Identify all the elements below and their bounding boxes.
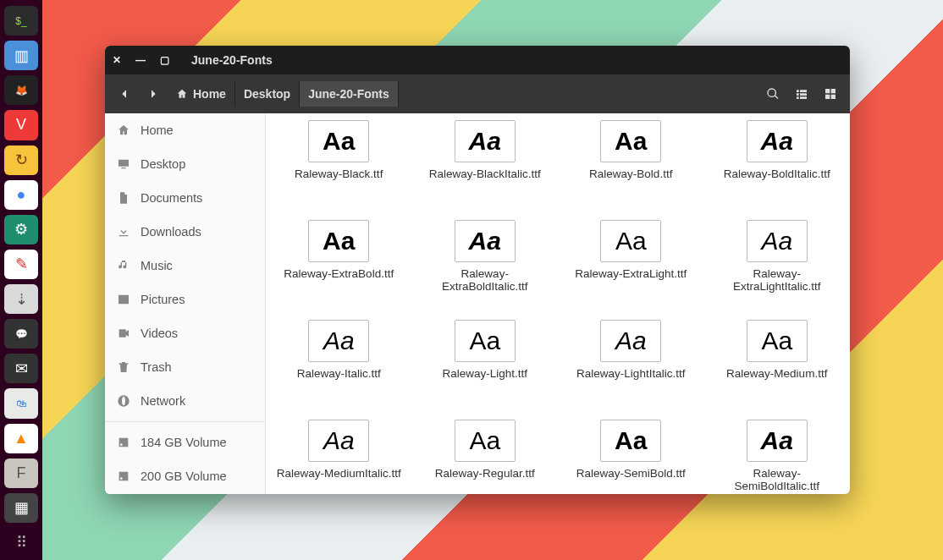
file-item[interactable]: AaRaleway-ExtraLightItalic.ttf bbox=[704, 220, 851, 320]
sidebar-item-desktop[interactable]: Desktop bbox=[105, 147, 265, 181]
file-grid: AaRaleway-Black.ttfAaRaleway-BlackItalic… bbox=[266, 113, 850, 494]
view-grid-button[interactable] bbox=[816, 81, 845, 107]
sidebar-item-label: Videos bbox=[141, 327, 178, 340]
sidebar-item-video[interactable]: Videos bbox=[105, 316, 265, 350]
file-item[interactable]: AaRaleway-Black.ttf bbox=[266, 120, 412, 220]
launcher-vivaldi[interactable]: V bbox=[4, 110, 38, 140]
font-thumbnail: Aa bbox=[308, 320, 369, 362]
view-list-button[interactable] bbox=[787, 81, 816, 107]
file-name: Raleway-BoldItalic.ttf bbox=[724, 167, 830, 180]
file-name: Raleway-ExtraLight.ttf bbox=[575, 267, 687, 280]
download-icon bbox=[117, 225, 130, 239]
font-thumbnail: Aa bbox=[600, 220, 661, 262]
file-item[interactable]: AaRaleway-Medium.ttf bbox=[704, 320, 851, 420]
launcher-dock: $_▥🦊V↻●⚙✎⇣💬✉🛍▲F▦⠿ bbox=[0, 0, 42, 560]
launcher-files[interactable]: ▥ bbox=[4, 41, 38, 70]
desktop-icon bbox=[117, 157, 130, 171]
file-manager-window: ✕ — ▢ June-20-Fonts HomeDesktopJune-20-F… bbox=[105, 46, 850, 494]
font-thumbnail: Aa bbox=[747, 420, 808, 462]
file-name: Raleway-Bold.ttf bbox=[589, 167, 672, 180]
sidebar-item-home[interactable]: Home bbox=[105, 113, 265, 147]
video-icon bbox=[117, 327, 130, 340]
search-button[interactable] bbox=[758, 81, 787, 107]
file-item[interactable]: AaRaleway-Light.ttf bbox=[412, 320, 559, 420]
sidebar-item-picture[interactable]: Pictures bbox=[105, 283, 265, 316]
sidebar-item-label: Network bbox=[141, 394, 185, 408]
launcher-mail[interactable]: ✉ bbox=[4, 354, 38, 383]
font-thumbnail: Aa bbox=[455, 120, 516, 162]
sidebar-item-network[interactable]: Network bbox=[105, 384, 265, 418]
file-name: Raleway-ExtraBold.ttf bbox=[284, 267, 394, 280]
file-item[interactable]: AaRaleway-Bold.ttf bbox=[558, 120, 704, 220]
sidebar-item-label: 184 GB Volume bbox=[141, 436, 227, 449]
sidebar-item-disk[interactable]: 184 GB Volume bbox=[105, 425, 265, 459]
launcher-sync[interactable]: ↻ bbox=[4, 145, 38, 175]
launcher-usb[interactable]: ⇣ bbox=[4, 284, 38, 314]
launcher-dev[interactable]: ⚙ bbox=[4, 215, 38, 244]
file-item[interactable]: AaRaleway-Regular.ttf bbox=[412, 420, 559, 494]
font-thumbnail: Aa bbox=[308, 420, 369, 462]
file-name: Raleway-SemiBold.ttf bbox=[576, 467, 686, 480]
launcher-software[interactable]: 🛍 bbox=[4, 388, 38, 418]
sidebar-item-disk[interactable]: 200 GB Volume bbox=[105, 459, 265, 493]
close-button[interactable]: ✕ bbox=[105, 54, 129, 66]
forward-button[interactable] bbox=[139, 81, 168, 107]
launcher-colors[interactable]: ▦ bbox=[4, 493, 38, 523]
file-item[interactable]: AaRaleway-LightItalic.ttf bbox=[558, 320, 704, 420]
back-button[interactable] bbox=[110, 81, 139, 107]
file-name: Raleway-Italic.ttf bbox=[297, 367, 381, 380]
toolbar: HomeDesktopJune-20-Fonts bbox=[105, 74, 850, 113]
file-name: Raleway-ExtraBoldItalic.ttf bbox=[422, 267, 549, 293]
sidebar-item-download[interactable]: Downloads bbox=[105, 215, 265, 249]
launcher-chat[interactable]: 💬 bbox=[4, 319, 38, 349]
sidebar-item-music[interactable]: Music bbox=[105, 249, 265, 283]
file-name: Raleway-Black.ttf bbox=[295, 167, 383, 180]
file-item[interactable]: AaRaleway-BoldItalic.ttf bbox=[704, 120, 851, 220]
file-item[interactable]: AaRaleway-ExtraBold.ttf bbox=[266, 220, 412, 320]
disk-icon bbox=[117, 436, 130, 449]
file-name: Raleway-Light.ttf bbox=[442, 367, 527, 380]
file-name: Raleway-BlackItalic.ttf bbox=[429, 167, 541, 180]
sidebar-item-label: Pictures bbox=[141, 293, 185, 306]
font-thumbnail: Aa bbox=[455, 420, 516, 462]
launcher-notes[interactable]: ✎ bbox=[4, 250, 38, 279]
launcher-firefox[interactable]: 🦊 bbox=[4, 75, 38, 105]
sidebar-item-trash[interactable]: Trash bbox=[105, 350, 265, 384]
minimize-button[interactable]: — bbox=[129, 54, 152, 66]
breadcrumb-desktop[interactable]: Desktop bbox=[235, 81, 300, 107]
sidebar-item-label: Desktop bbox=[141, 157, 185, 171]
font-thumbnail: Aa bbox=[308, 220, 369, 262]
launcher-assistant[interactable]: ● bbox=[4, 180, 38, 210]
sidebar-item-label: Home bbox=[141, 124, 174, 137]
sidebar-item-label: Documents bbox=[141, 191, 202, 205]
file-item[interactable]: AaRaleway-ExtraLight.ttf bbox=[558, 220, 704, 320]
file-item[interactable]: AaRaleway-ExtraBoldItalic.ttf bbox=[412, 220, 559, 320]
file-name: Raleway-MediumItalic.ttf bbox=[277, 467, 401, 480]
font-thumbnail: Aa bbox=[747, 320, 808, 362]
breadcrumb-june-20-fonts[interactable]: June-20-Fonts bbox=[300, 81, 399, 107]
font-thumbnail: Aa bbox=[455, 320, 516, 362]
file-item[interactable]: AaRaleway-SemiBold.ttf bbox=[558, 420, 704, 494]
network-icon bbox=[117, 394, 130, 408]
font-thumbnail: Aa bbox=[747, 220, 808, 262]
breadcrumb-home[interactable]: Home bbox=[168, 81, 235, 107]
sidebar-item-label: Trash bbox=[141, 360, 172, 374]
sidebar: HomeDesktopDocumentsDownloadsMusicPictur… bbox=[105, 113, 266, 494]
font-thumbnail: Aa bbox=[308, 120, 369, 162]
file-item[interactable]: AaRaleway-SemiBoldItalic.ttf bbox=[704, 420, 851, 494]
file-item[interactable]: AaRaleway-BlackItalic.ttf bbox=[412, 120, 559, 220]
file-item[interactable]: AaRaleway-Italic.ttf bbox=[266, 320, 412, 420]
launcher-vlc[interactable]: ▲ bbox=[4, 424, 38, 453]
font-thumbnail: Aa bbox=[455, 220, 516, 262]
disk-icon bbox=[117, 469, 130, 483]
file-item[interactable]: AaRaleway-MediumItalic.ttf bbox=[266, 420, 412, 494]
launcher-fonts[interactable]: F bbox=[4, 458, 38, 488]
file-name: Raleway-ExtraLightItalic.ttf bbox=[714, 267, 841, 293]
launcher-terminal[interactable]: $_ bbox=[4, 6, 38, 36]
launcher-apps[interactable]: ⠿ bbox=[4, 528, 38, 557]
sidebar-item-document[interactable]: Documents bbox=[105, 181, 265, 215]
font-thumbnail: Aa bbox=[747, 120, 808, 162]
maximize-button[interactable]: ▢ bbox=[152, 54, 176, 66]
picture-icon bbox=[117, 293, 130, 306]
font-thumbnail: Aa bbox=[600, 420, 661, 462]
